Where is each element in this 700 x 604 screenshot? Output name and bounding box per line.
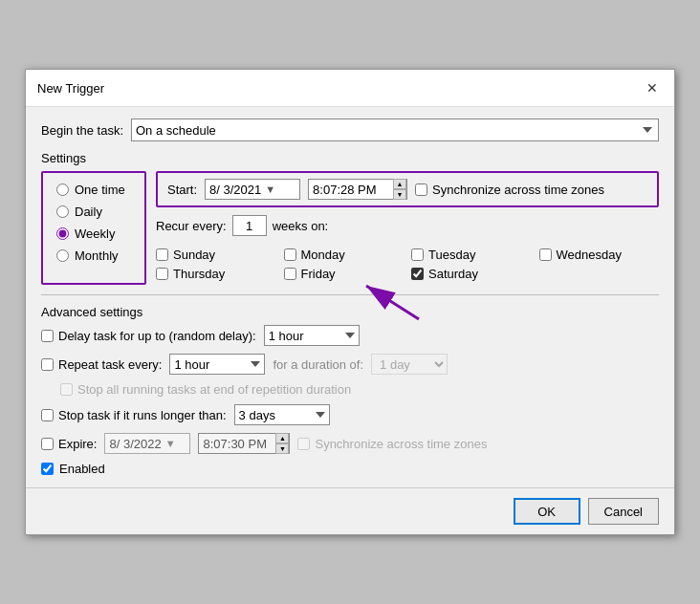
sunday-label: Sunday (173, 248, 215, 262)
recur-row: Recur every: weeks on: (156, 215, 659, 236)
expire-sync-text: Synchronize across time zones (315, 437, 487, 451)
radio-monthly[interactable]: Monthly (56, 248, 131, 263)
day-thursday[interactable]: Thursday (156, 267, 276, 281)
stop-if-longer-text: Stop task if it runs longer than: (58, 408, 227, 422)
radio-monthly-input[interactable] (56, 249, 69, 262)
wednesday-label: Wednesday (557, 248, 622, 262)
enabled-checkbox[interactable] (41, 463, 54, 475)
dialog-body: Begin the task: On a schedule Settings O… (26, 107, 674, 487)
expire-date-value: 8/ 3/2022 (109, 437, 161, 451)
enabled-text: Enabled (59, 462, 105, 476)
begin-task-select[interactable]: On a schedule (131, 119, 659, 141)
enabled-label[interactable]: Enabled (41, 462, 659, 476)
day-friday[interactable]: Friday (284, 267, 405, 281)
radio-daily[interactable]: Daily (56, 205, 131, 219)
start-date-value: 8/ 3/2021 (209, 183, 261, 197)
start-time-input[interactable]: ▲ ▼ (308, 179, 407, 200)
radio-weekly[interactable]: Weekly (56, 226, 131, 241)
stop-if-longer-checkbox[interactable] (41, 409, 54, 421)
expire-date-field: 8/ 3/2022 ▼ (104, 433, 190, 454)
recur-label-before: Recur every: (156, 219, 227, 233)
radio-daily-label: Daily (75, 205, 102, 219)
settings-section-label: Settings (41, 151, 659, 165)
start-label: Start: (167, 183, 197, 197)
separator (41, 294, 659, 295)
dialog-footer: OK Cancel (26, 487, 674, 534)
duration-select: 1 day (371, 354, 448, 375)
sync-checkbox[interactable] (415, 183, 427, 196)
expire-checkbox[interactable] (41, 438, 54, 450)
time-down-button[interactable]: ▼ (393, 189, 406, 200)
radio-daily-input[interactable] (56, 205, 69, 218)
delay-task-label[interactable]: Delay task for up to (random delay): (41, 329, 256, 343)
right-settings: Start: 8/ 3/2021 ▼ ▲ ▼ (156, 171, 659, 285)
radio-one-time-label: One time (75, 183, 125, 197)
friday-label: Friday (301, 267, 336, 281)
repeat-task-label[interactable]: Repeat task every: (41, 357, 162, 372)
settings-area: One time Daily Weekly Monthly (41, 171, 659, 285)
ok-button[interactable]: OK (514, 498, 580, 525)
sync-check-label[interactable]: Synchronize across time zones (415, 183, 604, 197)
time-spin-buttons: ▲ ▼ (393, 179, 406, 200)
close-button[interactable]: ✕ (642, 77, 663, 98)
advanced-section-label: Advanced settings (41, 305, 659, 319)
dialog-title: New Trigger (37, 81, 104, 96)
duration-label: for a duration of: (273, 357, 363, 372)
expire-sync-checkbox (297, 438, 310, 450)
expire-row: Expire: 8/ 3/2022 ▼ ▲ ▼ Synchronize acro… (41, 433, 659, 454)
friday-checkbox[interactable] (284, 268, 296, 280)
repeat-task-select[interactable]: 1 hour (169, 354, 265, 375)
repeat-task-checkbox[interactable] (41, 358, 54, 371)
day-tuesday[interactable]: Tuesday (411, 248, 532, 262)
repeat-task-row: Repeat task every: 1 hour for a duration… (41, 354, 659, 375)
radio-weekly-label: Weekly (75, 226, 115, 241)
saturday-label: Saturday (428, 267, 478, 281)
delay-task-select[interactable]: 1 hour (264, 325, 360, 346)
radio-monthly-label: Monthly (75, 248, 119, 263)
radio-weekly-input[interactable] (56, 227, 69, 240)
repeat-task-text: Repeat task every: (58, 357, 162, 372)
stop-if-longer-label[interactable]: Stop task if it runs longer than: (41, 408, 227, 422)
start-date-input[interactable]: 8/ 3/2021 ▼ (205, 179, 300, 200)
title-bar: New Trigger ✕ (26, 70, 674, 107)
stop-running-checkbox (60, 383, 73, 396)
advanced-section: Delay task for up to (random delay): 1 h… (41, 325, 659, 476)
radio-one-time-input[interactable] (56, 183, 69, 196)
settings-area-wrapper: One time Daily Weekly Monthly (41, 171, 659, 285)
expire-time-spin: ▲ ▼ (275, 433, 289, 454)
days-grid: Sunday Monday Tuesday Wednesday (156, 244, 659, 285)
recur-value-input[interactable] (232, 215, 267, 236)
expire-text: Expire: (58, 437, 97, 451)
tuesday-label: Tuesday (428, 248, 475, 262)
day-wednesday[interactable]: Wednesday (539, 248, 660, 262)
expire-time-up[interactable]: ▲ (275, 433, 289, 443)
expire-time-down[interactable]: ▼ (275, 443, 289, 454)
monday-label: Monday (301, 248, 345, 262)
cancel-button[interactable]: Cancel (588, 498, 659, 525)
day-sunday[interactable]: Sunday (156, 248, 276, 262)
wednesday-checkbox[interactable] (539, 248, 552, 261)
new-trigger-dialog: New Trigger ✕ Begin the task: On a sched… (25, 69, 675, 535)
time-up-button[interactable]: ▲ (393, 179, 406, 189)
saturday-checkbox[interactable] (411, 268, 424, 280)
radio-one-time[interactable]: One time (56, 183, 131, 197)
expire-time-value[interactable] (199, 434, 275, 453)
delay-task-checkbox[interactable] (41, 330, 54, 342)
sunday-checkbox[interactable] (156, 248, 168, 261)
stop-running-label: Stop all running tasks at end of repetit… (77, 382, 351, 397)
day-monday[interactable]: Monday (284, 248, 405, 262)
tuesday-checkbox[interactable] (411, 248, 424, 261)
expire-time-input[interactable]: ▲ ▼ (198, 433, 290, 454)
thursday-checkbox[interactable] (156, 268, 168, 280)
expire-sync-label: Synchronize across time zones (297, 437, 487, 451)
stop-if-longer-select[interactable]: 3 days (234, 404, 330, 425)
expire-label[interactable]: Expire: (41, 437, 97, 451)
recur-label-after: weeks on: (273, 219, 329, 233)
sync-label: Synchronize across time zones (432, 183, 604, 197)
delay-task-text: Delay task for up to (random delay): (58, 329, 256, 343)
thursday-label: Thursday (173, 267, 225, 281)
stop-if-longer-row: Stop task if it runs longer than: 3 days (41, 404, 659, 425)
start-time-value[interactable] (309, 180, 393, 199)
day-saturday[interactable]: Saturday (411, 267, 532, 281)
monday-checkbox[interactable] (284, 248, 296, 261)
